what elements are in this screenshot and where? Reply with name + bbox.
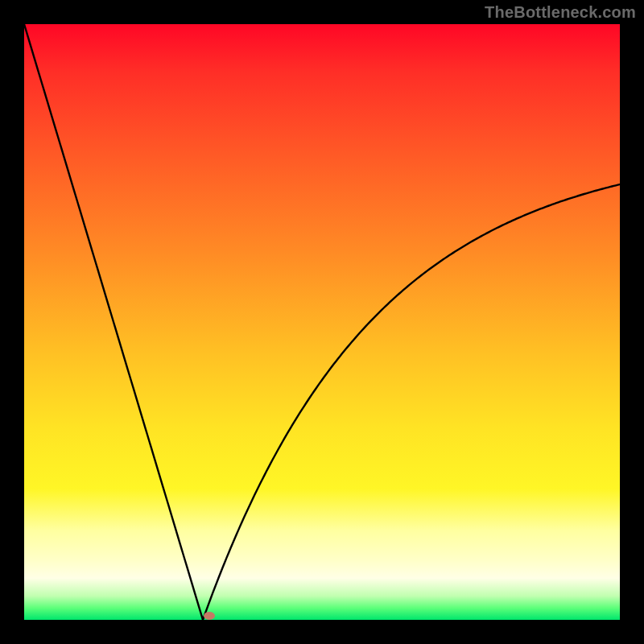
chart-frame: TheBottleneck.com <box>0 0 644 644</box>
minimum-marker-icon <box>204 612 215 620</box>
plot-area <box>24 24 620 620</box>
watermark-text: TheBottleneck.com <box>485 3 636 22</box>
bottleneck-curve <box>24 24 620 620</box>
